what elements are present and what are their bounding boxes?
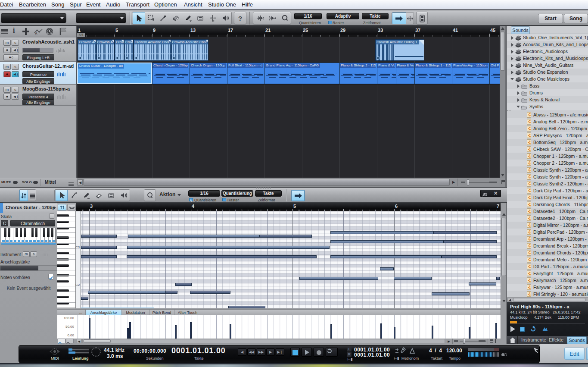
svg-text:A: A	[35, 31, 37, 35]
